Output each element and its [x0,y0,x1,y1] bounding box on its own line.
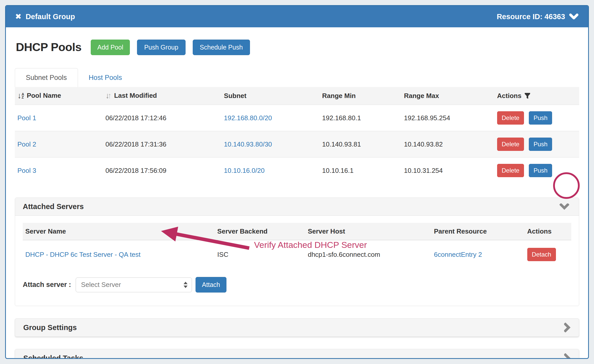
range-min-cell: 10.140.93.81 [319,131,401,157]
attach-server-label: Attach server : [23,281,71,289]
attach-server-row: Attach server : Select Server Attach [23,277,571,293]
delete-button[interactable]: Delete [497,164,524,177]
parent-resource-header: Parent Resource [431,223,525,240]
server-backend-header: Server Backend [215,223,305,240]
scheduled-tasks-panel[interactable]: Scheduled Tasks [15,349,579,359]
attach-button[interactable]: Attach [196,277,226,293]
range-min-header: Range Min [319,87,401,105]
filter-funnel-icon[interactable] [524,92,531,99]
attached-servers-panel: Attached Servers Server Name Server Back… [15,198,579,306]
push-button[interactable]: Push [529,138,552,151]
group-header-bar: ✖ Default Group Resource ID: 46363 [6,6,588,27]
page-title: DHCP Pools [16,41,82,54]
attached-server-row: DHCP - DHCP 6c Test Server - QA test ISC… [23,240,571,270]
group-title: Default Group [26,13,75,21]
group-card: ✖ Default Group Resource ID: 46363 DHCP … [5,5,589,359]
server-host-cell: dhcp1-sfo.6connect.com [305,240,431,270]
last-modified-cell: 06/22/2018 17:31:36 [103,131,221,157]
range-max-cell: 10.10.31.254 [401,157,494,184]
title-row: DHCP Pools Add Pool Push Group Schedule … [15,39,579,55]
server-backend-cell: ISC [215,240,305,270]
subnet-header: Subnet [221,87,319,105]
resource-id-label: Resource ID: 46363 [497,13,565,21]
last-modified-cell: 06/22/2018 17:56:09 [103,157,221,184]
pool-name-header[interactable]: ↓AZ Pool Name [15,87,103,105]
push-button[interactable]: Push [529,164,552,177]
tab-host-pools[interactable]: Host Pools [78,68,133,87]
sort-alpha-down-icon[interactable]: ↓AZ [17,92,24,100]
server-select[interactable]: Select Server [76,277,192,292]
chevron-right-icon[interactable] [564,323,571,332]
server-name-link[interactable]: DHCP - DHCP 6c Test Server - QA test [25,251,141,258]
subnet-pools-table: ↓AZ Pool Name ↓↑ Last Modified Subnet Ra… [15,87,579,184]
pool-row: Pool 1 06/22/2018 17:12:46 192.168.80.0/… [15,105,579,131]
sort-up-down-icon[interactable]: ↓↑ [105,92,111,100]
server-name-header: Server Name [23,223,215,240]
chevron-right-icon[interactable] [564,353,571,359]
subnet-link[interactable]: 192.168.80.0/20 [224,114,272,122]
select-arrows-icon [184,282,188,288]
range-max-header: Range Max [401,87,494,105]
last-modified-header[interactable]: ↓↑ Last Modified [103,87,221,105]
subnet-link[interactable]: 10.140.93.80/30 [224,140,272,148]
group-settings-title: Group Settings [23,323,77,332]
attached-servers-heading[interactable]: Attached Servers [15,198,579,216]
parent-resource-link[interactable]: 6connectEntry 2 [434,251,482,258]
close-icon[interactable]: ✖ [15,13,21,20]
tab-subnet-pools[interactable]: Subnet Pools [15,68,78,87]
pool-row: Pool 2 06/22/2018 17:31:36 10.140.93.80/… [15,131,579,157]
range-max-cell: 10.140.93.82 [401,131,494,157]
group-settings-panel[interactable]: Group Settings [15,318,579,337]
card-content: DHCP Pools Add Pool Push Group Schedule … [6,39,588,359]
schedule-push-button[interactable]: Schedule Push [193,40,250,55]
attached-servers-body: Server Name Server Backend Server Host P… [15,216,579,306]
server-select-value: Select Server [81,281,121,289]
push-group-button[interactable]: Push Group [137,40,185,55]
add-pool-button[interactable]: Add Pool [91,40,130,55]
range-max-cell: 192.168.95.254 [401,105,494,131]
delete-button[interactable]: Delete [497,111,524,125]
scheduled-tasks-title: Scheduled Tasks [23,354,83,359]
attached-servers-header-row: Server Name Server Backend Server Host P… [23,223,571,240]
detach-button[interactable]: Detach [527,248,556,261]
range-min-cell: 10.10.16.1 [319,157,401,184]
attached-servers-table: Server Name Server Backend Server Host P… [23,223,571,269]
actions-header[interactable]: Actions [495,87,579,105]
pool-name-link[interactable]: Pool 3 [17,167,36,174]
server-actions-header: Actions [525,223,571,240]
pool-row: Pool 3 06/22/2018 17:56:09 10.10.16.0/20… [15,157,579,184]
header-collapse-chevron-down-icon[interactable] [569,13,578,20]
attached-servers-title: Attached Servers [23,202,84,211]
pool-tabs: Subnet Pools Host Pools [15,68,579,87]
push-button[interactable]: Push [529,111,552,125]
range-min-cell: 192.168.80.1 [319,105,401,131]
collapse-chevron-down-icon[interactable] [559,203,569,210]
subnet-link[interactable]: 10.10.16.0/20 [224,167,265,174]
subnet-pools-header-row: ↓AZ Pool Name ↓↑ Last Modified Subnet Ra… [15,87,579,105]
pool-name-link[interactable]: Pool 1 [17,114,36,122]
last-modified-cell: 06/22/2018 17:12:46 [103,105,221,131]
delete-button[interactable]: Delete [497,138,524,151]
pool-name-link[interactable]: Pool 2 [17,140,36,148]
server-host-header: Server Host [305,223,431,240]
